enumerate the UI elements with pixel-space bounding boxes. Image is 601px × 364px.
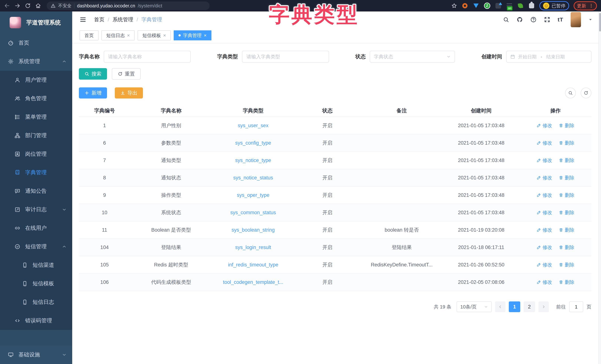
- breadcrumb-home[interactable]: 首页: [94, 16, 104, 23]
- delete-button[interactable]: 删除: [559, 209, 574, 216]
- sidebar-item-audit-log[interactable]: 审计日志: [0, 200, 72, 219]
- scrollbar-thumb[interactable]: [599, 13, 601, 31]
- sidebar-item-sms-channel[interactable]: 短信渠道: [0, 256, 72, 274]
- extension-green-circle-icon[interactable]: Z: [484, 2, 491, 9]
- edit-button[interactable]: 修改: [537, 140, 552, 146]
- close-icon[interactable]: ×: [127, 33, 130, 38]
- hamburger-icon[interactable]: [80, 16, 86, 23]
- delete-button[interactable]: 删除: [559, 157, 574, 164]
- sidebar-item-notices[interactable]: 通知公告: [0, 182, 72, 200]
- dict-name-input[interactable]: [104, 51, 191, 63]
- goto-page-input[interactable]: [569, 301, 583, 312]
- tab-sms-log[interactable]: 短信日志×: [101, 30, 135, 40]
- dict-type-link[interactable]: sys_notice_type: [235, 158, 271, 163]
- extension-paused-chip[interactable]: ☺ 已暂停: [539, 1, 569, 10]
- refresh-table-button[interactable]: [581, 88, 591, 98]
- edit-button[interactable]: 修改: [537, 262, 552, 268]
- avatar[interactable]: [571, 12, 581, 27]
- delete-button[interactable]: 删除: [559, 122, 574, 129]
- close-icon[interactable]: ×: [204, 33, 206, 38]
- dict-type-link[interactable]: sys_login_result: [235, 245, 271, 250]
- sidebar-item-system[interactable]: 系统管理: [0, 52, 72, 71]
- help-icon[interactable]: [530, 17, 537, 23]
- sidebar-item-home[interactable]: 首页: [0, 34, 72, 52]
- date-end-placeholder[interactable]: 结束日期: [546, 54, 565, 60]
- date-start-placeholder[interactable]: 开始日期: [518, 54, 537, 60]
- delete-button[interactable]: 删除: [559, 175, 574, 181]
- home-icon[interactable]: [35, 3, 41, 9]
- delete-button[interactable]: 删除: [559, 244, 574, 251]
- sidebar-item-sms-log[interactable]: 短信日志: [0, 293, 72, 311]
- sidebar-item-sms-template[interactable]: 短信模板: [0, 274, 72, 293]
- add-button[interactable]: 新增: [79, 87, 107, 99]
- delete-button[interactable]: 删除: [559, 279, 574, 285]
- sidebar-item-posts[interactable]: 岗位管理: [0, 145, 72, 163]
- dict-type-link[interactable]: sys_user_sex: [238, 123, 269, 128]
- delete-button[interactable]: 删除: [559, 192, 574, 199]
- sidebar-item-departments[interactable]: 部门管理: [0, 126, 72, 145]
- security-label[interactable]: 不安全: [58, 3, 71, 9]
- reset-button[interactable]: 重置: [112, 68, 141, 80]
- app-logo-row[interactable]: 芋道管理系统: [0, 11, 72, 34]
- github-icon[interactable]: [517, 17, 523, 23]
- fullscreen-icon[interactable]: [544, 17, 550, 23]
- edit-button[interactable]: 修改: [537, 175, 552, 181]
- extension-gem-icon[interactable]: [473, 2, 479, 9]
- delete-button[interactable]: 删除: [559, 140, 574, 146]
- dict-type-link[interactable]: sys_notice_status: [233, 175, 273, 181]
- update-label[interactable]: 更新: [577, 3, 586, 9]
- edit-button[interactable]: 修改: [537, 192, 552, 199]
- sidebar-item-dict[interactable]: 字典管理: [0, 163, 72, 182]
- extension-donut-icon[interactable]: [461, 2, 468, 9]
- sidebar-item-menus[interactable]: 菜单管理: [0, 108, 72, 126]
- page-scrollbar[interactable]: [598, 11, 601, 364]
- font-size-icon[interactable]: tT: [558, 17, 563, 23]
- date-range-picker[interactable]: 开始日期 - 结束日期: [506, 51, 591, 63]
- edit-button[interactable]: 修改: [537, 122, 552, 129]
- search-button[interactable]: 搜索: [79, 68, 107, 80]
- dict-type-link[interactable]: inf_redis_timeout_type: [228, 262, 278, 268]
- edit-button[interactable]: 修改: [537, 227, 552, 233]
- reload-icon[interactable]: [25, 3, 31, 9]
- breadcrumb-system[interactable]: 系统管理: [113, 16, 133, 23]
- sidebar-item-error-codes[interactable]: 错误码管理: [0, 311, 72, 330]
- extension-leaf-icon[interactable]: [517, 2, 524, 9]
- page-size-select[interactable]: 10条/页: [457, 301, 492, 312]
- delete-button[interactable]: 删除: [559, 227, 574, 233]
- dict-type-link[interactable]: sys_boolean_string: [232, 227, 275, 233]
- browser-update-button[interactable]: 更新: [574, 1, 597, 10]
- edit-button[interactable]: 修改: [537, 244, 552, 251]
- page-button-1[interactable]: 1: [509, 301, 520, 312]
- dict-type-link[interactable]: sys_common_status: [230, 210, 276, 215]
- caret-down-icon[interactable]: [588, 18, 592, 22]
- page-button-2[interactable]: 2: [524, 301, 535, 312]
- edit-button[interactable]: 修改: [537, 157, 552, 164]
- forward-icon[interactable]: [14, 3, 20, 9]
- extension-block-icon[interactable]: [495, 2, 501, 9]
- next-page-button[interactable]: [538, 301, 549, 312]
- extension-puzzle-icon[interactable]: [528, 2, 535, 9]
- toggle-search-button[interactable]: [565, 88, 576, 98]
- export-button[interactable]: 导出: [115, 87, 143, 99]
- status-select[interactable]: 字典状态: [370, 51, 455, 63]
- bookmark-star-icon[interactable]: [451, 3, 457, 9]
- extension-switch-icon[interactable]: on: [506, 2, 513, 9]
- dict-type-link[interactable]: tool_codegen_template_t...: [223, 279, 283, 285]
- sidebar-item-infrastructure[interactable]: 基础设施: [0, 345, 72, 364]
- dict-type-link[interactable]: sys_config_type: [235, 140, 271, 146]
- back-icon[interactable]: [4, 3, 10, 9]
- sidebar-item-users[interactable]: 用户管理: [0, 71, 72, 89]
- sidebar-item-roles[interactable]: 角色管理: [0, 89, 72, 108]
- sidebar-item-sms[interactable]: 短信管理: [0, 237, 72, 256]
- edit-button[interactable]: 修改: [537, 209, 552, 216]
- browser-menu-dots-icon[interactable]: [589, 3, 594, 8]
- dict-type-link[interactable]: sys_oper_type: [237, 192, 269, 198]
- edit-button[interactable]: 修改: [537, 279, 552, 285]
- tab-dict[interactable]: 字典管理×: [174, 30, 211, 40]
- address-bar[interactable]: 不安全 dashboard.yudao.iocoder.cn/system/di…: [47, 1, 210, 10]
- tab-sms-template[interactable]: 短信模板×: [138, 30, 171, 40]
- delete-button[interactable]: 删除: [559, 262, 574, 268]
- search-icon[interactable]: [503, 17, 509, 23]
- close-icon[interactable]: ×: [163, 33, 166, 38]
- url-host[interactable]: dashboard.yudao.iocoder.cn: [77, 3, 135, 9]
